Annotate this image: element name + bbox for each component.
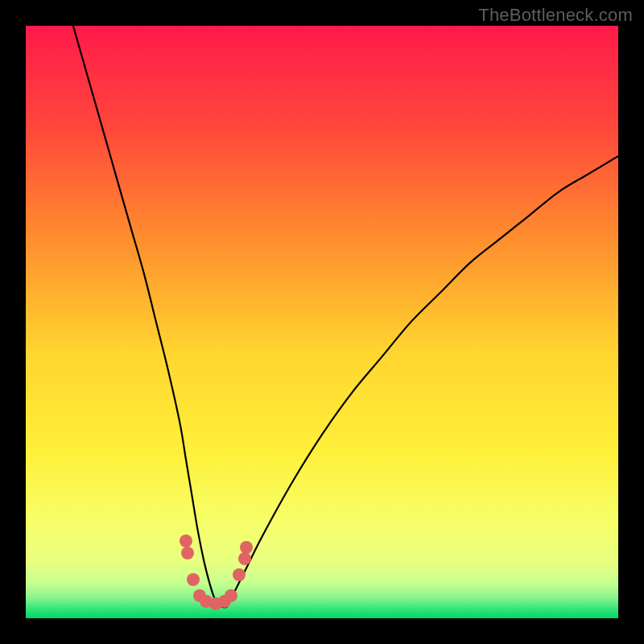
- background-gradient: [26, 26, 618, 618]
- svg-rect-0: [26, 26, 618, 618]
- chart-frame: TheBottleneck.com: [0, 0, 644, 644]
- plot-area: [26, 26, 618, 618]
- watermark-text: TheBottleneck.com: [478, 5, 633, 26]
